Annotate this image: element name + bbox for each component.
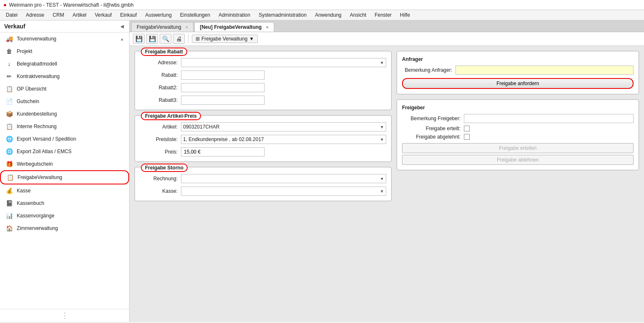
toolbar-dropdown-label: Freigabe Verwaltung xyxy=(201,36,247,42)
tab-close-neu-freigabeverwaltung[interactable]: × xyxy=(266,25,268,30)
adresse-arrow: ▼ xyxy=(380,61,384,65)
freigabe-abgelehnt-label: Freigabe abgelehnt: xyxy=(402,134,461,140)
sidebar-icon-kassenbuch: 📓 xyxy=(5,199,13,207)
freigabe-ablehnen-button[interactable]: Freigabe ablehnen xyxy=(402,155,634,165)
tab-freigabeverwaltung[interactable]: FreigabeVerwaltung× xyxy=(131,22,193,32)
anfrager-title: Anfrager xyxy=(402,56,634,62)
rabatt3-input[interactable] xyxy=(181,96,265,105)
sidebar-label-gutschein: Gutschein xyxy=(17,98,39,104)
bemerkung-anfrager-input[interactable] xyxy=(456,66,634,75)
freigabe-storno-title: Freigabe Storno xyxy=(141,164,188,172)
menu-item-crm[interactable]: CRM xyxy=(48,11,68,19)
bemerkung-freigeber-label: Bemerkung Freigeber: xyxy=(402,116,461,121)
sidebar-label-freigabeverwaltung: FreigabeVerwaltung xyxy=(18,174,62,180)
tab-neu-freigabeverwaltung[interactable]: [Neu] FreigabeVerwaltung× xyxy=(194,22,274,32)
artikel-value: 09032017CHAR xyxy=(183,124,219,130)
sidebar-item-gutschein[interactable]: 📄Gutschein xyxy=(0,95,129,108)
menu-item-fenster[interactable]: Fenster xyxy=(370,11,396,19)
sidebar-item-interne-rechnung[interactable]: 📋Interne Rechnung xyxy=(0,120,129,133)
freigabe-anfordern-button[interactable]: Freigabe anfordern xyxy=(402,78,634,89)
sidebar-icon-tourenverwaltung: 🚚 xyxy=(5,35,13,43)
freigabe-abgelehnt-checkbox[interactable] xyxy=(464,134,470,140)
freigabe-artikel-preis-group: Freigabe Artikel-Preis Artikel: 09032017… xyxy=(135,115,392,162)
sidebar-item-freigabeverwaltung[interactable]: 📋FreigabeVerwaltung xyxy=(0,170,129,184)
sidebar-item-belegrabattmodell[interactable]: ↓Belegrabattmodell xyxy=(0,58,129,70)
menu-item-auswertung[interactable]: Auswertung xyxy=(141,11,176,19)
preis-input[interactable] xyxy=(181,147,265,156)
sidebar-item-export-versand[interactable]: 🌐Export Versand / Spedition xyxy=(0,133,129,145)
save-button-1[interactable]: 💾 xyxy=(133,34,145,44)
save-button-2[interactable]: 💾 xyxy=(146,34,158,44)
dropdown-arrow: ▼ xyxy=(249,36,254,42)
preisliste-dropdown[interactable]: 1, Endkundenpreise , ab 02.08.2017 ▼ xyxy=(181,135,386,144)
kasse-dropdown[interactable]: ▼ xyxy=(181,187,386,196)
sidebar-header: Verkauf ◄ xyxy=(0,20,129,33)
sidebar-item-zimmerverwaltung[interactable]: 🏠Zimmerverwaltung xyxy=(0,222,129,235)
rabatt2-input[interactable] xyxy=(181,83,265,92)
sidebar-item-kontraktverwaltung[interactable]: ✏Kontraktverwaltung xyxy=(0,70,129,83)
adresse-dropdown[interactable]: ▼ xyxy=(181,58,386,67)
sidebar-item-kasse[interactable]: 💰Kasse xyxy=(0,184,129,197)
artikel-dropdown[interactable]: 09032017CHAR ▼ xyxy=(181,122,386,131)
freigabe-abgelehnt-row: Freigabe abgelehnt: xyxy=(402,134,634,140)
search-button[interactable]: 🔍 xyxy=(160,34,171,44)
sidebar-collapse-btn[interactable]: ◄ xyxy=(119,23,125,30)
freigabe-erteilt-checkbox[interactable] xyxy=(464,126,470,131)
menu-item-einkauf[interactable]: Einkauf xyxy=(116,11,141,19)
sidebar-label-interne-rechnung: Interne Rechnung xyxy=(17,124,56,129)
rechnung-label: Rechnung: xyxy=(140,176,178,182)
sidebar-item-werbegutschein[interactable]: 🎁Werbegutschein xyxy=(0,158,129,170)
sidebar-item-tourenverwaltung[interactable]: 🚚Tourenverwaltung▲ xyxy=(0,33,129,45)
menu-item-verkauf[interactable]: Verkauf xyxy=(91,11,116,19)
print-button[interactable]: 🖨 xyxy=(173,34,185,44)
sidebar-label-export-zoll: Export Zoll Atlas / EMCS xyxy=(17,149,71,154)
sidebar-item-projekt[interactable]: 🗑Projekt xyxy=(0,45,129,58)
sidebar-label-kundenbestellung: Kundenbestellung xyxy=(17,111,57,117)
menu-item-administration[interactable]: Administration xyxy=(214,11,255,19)
sidebar-item-op-uebersicht[interactable]: 📋OP Übersicht xyxy=(0,83,129,95)
toolbar-dropdown[interactable]: ⊞ Freigabe Verwaltung ▼ xyxy=(192,35,258,43)
sidebar-icon-zimmerverwaltung: 🏠 xyxy=(5,224,13,232)
drag-icon: ⋮ xyxy=(61,311,69,320)
sidebar-label-zimmerverwaltung: Zimmerverwaltung xyxy=(17,225,58,231)
sidebar-icon-belegrabattmodell: ↓ xyxy=(5,60,13,68)
tab-label-freigabeverwaltung: FreigabeVerwaltung xyxy=(137,24,181,30)
sidebar-item-kundenbestellung[interactable]: 📦Kundenbestellung xyxy=(0,108,129,120)
sidebar-label-op-uebersicht: OP Übersicht xyxy=(17,86,46,92)
freigabe-erteilen-button[interactable]: Freigabe erteilen xyxy=(402,143,634,153)
sidebar-label-belegrabattmodell: Belegrabattmodell xyxy=(17,61,57,67)
sidebar-icon-kontraktverwaltung: ✏ xyxy=(5,72,13,81)
tab-close-freigabeverwaltung[interactable]: × xyxy=(186,25,188,30)
preis-label: Preis: xyxy=(140,149,178,155)
left-panel: Freigabe Rabatt Adresse: ▼ Rabatt: Rabat… xyxy=(135,51,392,317)
main-layout: Verkauf ◄ 🚚Tourenverwaltung▲🗑Projekt↓Bel… xyxy=(0,20,644,322)
sidebar-label-werbegutschein: Werbegutschein xyxy=(17,161,53,167)
rabatt-input[interactable] xyxy=(181,71,265,80)
rabatt2-row: Rabatt2: xyxy=(140,83,386,92)
sidebar-icon-export-versand: 🌐 xyxy=(5,135,13,143)
freigeber-title: Freigeber xyxy=(402,105,634,111)
freigabe-storno-group: Freigabe Storno Rechnung: ▼ Kasse: ▼ xyxy=(135,167,392,201)
sidebar-label-export-versand: Export Versand / Spedition xyxy=(17,136,76,142)
sidebar-item-kassenbuch[interactable]: 📓Kassenbuch xyxy=(0,197,129,209)
sidebar-item-kassenvorgaenge[interactable]: 📊Kassenvorgänge xyxy=(0,209,129,222)
content-area: FreigabeVerwaltung×[Neu] FreigabeVerwalt… xyxy=(130,20,644,322)
menu-item-einstellungen[interactable]: Einstellungen xyxy=(176,11,214,19)
sidebar-item-export-zoll[interactable]: 🌐Export Zoll Atlas / EMCS xyxy=(0,145,129,158)
rechnung-dropdown[interactable]: ▼ xyxy=(181,174,386,183)
right-panel: Anfrager Bemerkung Anfrager: Freigabe an… xyxy=(397,51,639,317)
menu-item-anwendung[interactable]: Anwendung xyxy=(311,11,346,19)
menu-item-ansicht[interactable]: Ansicht xyxy=(346,11,370,19)
sidebar-icon-freigabeverwaltung: 📋 xyxy=(6,173,14,182)
sidebar-label-kassenbuch: Kassenbuch xyxy=(17,200,44,206)
menu-item-datei[interactable]: Datei xyxy=(2,11,22,19)
freigabe-rabatt-group: Freigabe Rabatt Adresse: ▼ Rabatt: Rabat… xyxy=(135,51,392,110)
freigeber-section: Freigeber Bemerkung Freigeber: Freigabe … xyxy=(397,99,639,170)
menu-item-artikel[interactable]: Artikel xyxy=(68,11,90,19)
bemerkung-freigeber-input[interactable] xyxy=(464,114,634,123)
menu-item-adresse[interactable]: Adresse xyxy=(22,11,48,19)
menu-item-systemadministration[interactable]: Systemadministration xyxy=(255,11,311,19)
sidebar-icon-op-uebersicht: 📋 xyxy=(5,85,13,93)
sidebar-drag-handle[interactable]: ⋮ xyxy=(0,309,129,322)
menu-item-hilfe[interactable]: Hilfe xyxy=(396,11,414,19)
